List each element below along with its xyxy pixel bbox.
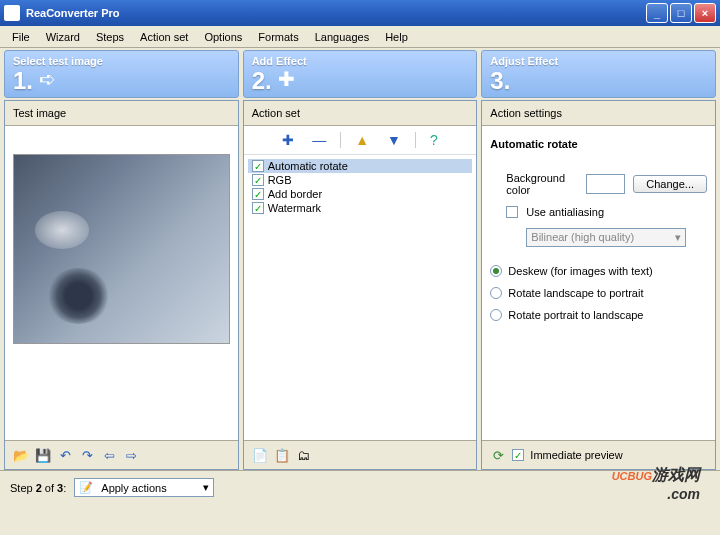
apply-actions-label: Apply actions bbox=[97, 482, 199, 494]
prev-icon[interactable]: ⇦ bbox=[101, 447, 117, 463]
radio-label: Deskew (for images with text) bbox=[508, 265, 652, 277]
save-icon[interactable]: 💾 bbox=[35, 447, 51, 463]
step-3-adjust-effect[interactable]: Adjust Effect 3. bbox=[481, 50, 716, 98]
menu-help[interactable]: Help bbox=[377, 29, 416, 45]
step-3-title: Adjust Effect bbox=[490, 55, 707, 67]
radio-deskew[interactable]: Deskew (for images with text) bbox=[490, 265, 707, 277]
step-2-number: 2. bbox=[252, 67, 272, 95]
step-2-title: Add Effect bbox=[252, 55, 469, 67]
close-button[interactable]: × bbox=[694, 3, 716, 23]
test-image-preview[interactable] bbox=[13, 154, 230, 344]
menu-wizard[interactable]: Wizard bbox=[38, 29, 88, 45]
step-3-number: 3. bbox=[490, 67, 510, 95]
action-item-label: Automatic rotate bbox=[268, 160, 348, 172]
titlebar: 🖼 ReaConverter Pro _ □ × bbox=[0, 0, 720, 26]
action-set-footer: 📄 📋 🗂 bbox=[244, 440, 477, 469]
save-set-icon[interactable]: 📋 bbox=[274, 447, 290, 463]
action-toolbar: ✚ — ▲ ▼ ? bbox=[244, 126, 477, 155]
help-icon[interactable]: ? bbox=[426, 130, 442, 150]
maximize-button[interactable]: □ bbox=[670, 3, 692, 23]
chevron-down-icon: ▾ bbox=[203, 481, 209, 494]
plus-icon: ✚ bbox=[278, 67, 295, 91]
remove-action-icon[interactable]: — bbox=[308, 130, 330, 150]
move-up-icon[interactable]: ▲ bbox=[351, 130, 373, 150]
background-color-swatch[interactable] bbox=[586, 174, 625, 194]
radio-label: Rotate landscape to portrait bbox=[508, 287, 643, 299]
antialiasing-row: Use antialiasing bbox=[506, 206, 707, 218]
antialiasing-label: Use antialiasing bbox=[526, 206, 604, 218]
step-1-select-image[interactable]: Select test image 1. ➪ bbox=[4, 50, 239, 98]
undo-icon[interactable]: ↶ bbox=[57, 447, 73, 463]
background-color-row: Background color Change... bbox=[506, 172, 707, 196]
radio-icon[interactable] bbox=[490, 309, 502, 321]
main-content: Test image 📂 💾 ↶ ↷ ⇦ ⇨ Action set ✚ — ▲ … bbox=[0, 100, 720, 470]
step-1-number: 1. bbox=[13, 67, 33, 95]
radio-landscape-to-portrait[interactable]: Rotate landscape to portrait bbox=[490, 287, 707, 299]
menu-action-set[interactable]: Action set bbox=[132, 29, 196, 45]
quality-select-row: Bilinear (high quality) ▾ bbox=[526, 228, 707, 247]
bottom-bar: Step 2 of 3: 📝 Apply actions ▾ UCBUG游戏网 … bbox=[0, 470, 720, 504]
antialiasing-checkbox[interactable] bbox=[506, 206, 518, 218]
chevron-down-icon: ▾ bbox=[675, 231, 681, 244]
radio-icon[interactable] bbox=[490, 265, 502, 277]
immediate-preview-checkbox[interactable]: ✓ bbox=[512, 449, 524, 461]
window-title: ReaConverter Pro bbox=[26, 7, 644, 19]
action-settings-body: Automatic rotate Background color Change… bbox=[482, 126, 715, 440]
change-color-button[interactable]: Change... bbox=[633, 175, 707, 193]
radio-icon[interactable] bbox=[490, 287, 502, 299]
step-1-title: Select test image bbox=[13, 55, 230, 67]
test-image-footer: 📂 💾 ↶ ↷ ⇦ ⇨ bbox=[5, 440, 238, 469]
settings-section-title: Automatic rotate bbox=[490, 134, 707, 162]
step-2-add-effect[interactable]: Add Effect 2. ✚ bbox=[243, 50, 478, 98]
menu-steps[interactable]: Steps bbox=[88, 29, 132, 45]
quality-select: Bilinear (high quality) ▾ bbox=[526, 228, 686, 247]
watermark-logo: UCBUG游戏网 .com bbox=[612, 462, 700, 502]
action-list: ✓ Automatic rotate ✓ RGB ✓ Add border ✓ … bbox=[244, 155, 477, 440]
action-item-label: Watermark bbox=[268, 202, 321, 214]
background-color-label: Background color bbox=[506, 172, 578, 196]
checkbox-icon[interactable]: ✓ bbox=[252, 174, 264, 186]
menu-languages[interactable]: Languages bbox=[307, 29, 377, 45]
test-image-panel: Test image 📂 💾 ↶ ↷ ⇦ ⇨ bbox=[4, 100, 239, 470]
action-item-automatic-rotate[interactable]: ✓ Automatic rotate bbox=[248, 159, 473, 173]
manage-set-icon[interactable]: 🗂 bbox=[296, 447, 312, 463]
arrow-icon: ➪ bbox=[39, 67, 56, 91]
quality-select-value: Bilinear (high quality) bbox=[531, 231, 634, 244]
open-icon[interactable]: 📂 bbox=[13, 447, 29, 463]
menubar: File Wizard Steps Action set Options For… bbox=[0, 26, 720, 48]
menu-options[interactable]: Options bbox=[196, 29, 250, 45]
app-icon: 🖼 bbox=[4, 5, 20, 21]
radio-label: Rotate portrait to landscape bbox=[508, 309, 643, 321]
wizard-steps-header: Select test image 1. ➪ Add Effect 2. ✚ A… bbox=[0, 48, 720, 100]
action-item-label: Add border bbox=[268, 188, 322, 200]
checkbox-icon[interactable]: ✓ bbox=[252, 202, 264, 214]
load-set-icon[interactable]: 📄 bbox=[252, 447, 268, 463]
action-item-rgb[interactable]: ✓ RGB bbox=[248, 173, 473, 187]
redo-icon[interactable]: ↷ bbox=[79, 447, 95, 463]
step-indicator: Step 2 of 3: bbox=[10, 482, 66, 494]
checkbox-icon[interactable]: ✓ bbox=[252, 160, 264, 172]
toolbar-separator bbox=[340, 132, 341, 148]
radio-portrait-to-landscape[interactable]: Rotate portrait to landscape bbox=[490, 309, 707, 321]
immediate-preview-label: Immediate preview bbox=[530, 449, 622, 461]
refresh-icon[interactable]: ⟳ bbox=[490, 447, 506, 463]
menu-file[interactable]: File bbox=[4, 29, 38, 45]
next-icon[interactable]: ⇨ bbox=[123, 447, 139, 463]
add-action-icon[interactable]: ✚ bbox=[278, 130, 298, 150]
action-settings-panel: Action settings Automatic rotate Backgro… bbox=[481, 100, 716, 470]
action-item-label: RGB bbox=[268, 174, 292, 186]
action-set-panel: Action set ✚ — ▲ ▼ ? ✓ Automatic rotate … bbox=[243, 100, 478, 470]
rotate-mode-radio-group: Deskew (for images with text) Rotate lan… bbox=[490, 265, 707, 321]
menu-formats[interactable]: Formats bbox=[250, 29, 306, 45]
apply-icon: 📝 bbox=[79, 481, 93, 494]
action-set-panel-title: Action set bbox=[244, 101, 477, 126]
checkbox-icon[interactable]: ✓ bbox=[252, 188, 264, 200]
action-item-add-border[interactable]: ✓ Add border bbox=[248, 187, 473, 201]
test-image-panel-title: Test image bbox=[5, 101, 238, 126]
minimize-button[interactable]: _ bbox=[646, 3, 668, 23]
action-settings-panel-title: Action settings bbox=[482, 101, 715, 126]
action-item-watermark[interactable]: ✓ Watermark bbox=[248, 201, 473, 215]
toolbar-separator bbox=[415, 132, 416, 148]
move-down-icon[interactable]: ▼ bbox=[383, 130, 405, 150]
apply-actions-select[interactable]: 📝 Apply actions ▾ bbox=[74, 478, 214, 497]
